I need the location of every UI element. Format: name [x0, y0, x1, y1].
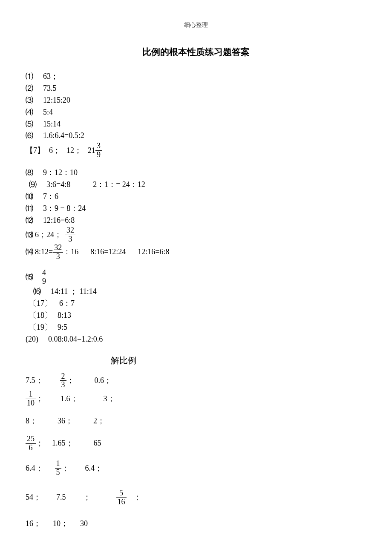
solve-row-5: 6.4； 1 5 ； 6.4；	[26, 460, 366, 477]
value-2: 7.5	[56, 492, 66, 503]
label: ⒂	[26, 271, 33, 283]
fraction: 4 9	[41, 269, 47, 286]
value-2: 1.6；	[61, 393, 78, 405]
value-2: 2：1：= 24：12	[93, 180, 145, 189]
numerator: 1	[55, 460, 61, 469]
fraction: 25 6	[26, 435, 36, 452]
numerator: 32	[65, 226, 75, 235]
answer-14: ⒁ 8:12= 32 3 ：16 8:16=12:24 12:16=6:8	[26, 244, 366, 261]
answer-8: ⑻ 9：12：10	[26, 167, 366, 179]
solve-row-6: 54； 7.5 ； 5 16 ；	[26, 489, 366, 506]
value: 12:15:20	[43, 96, 70, 104]
solve-row-3: 8； 36； 2；	[26, 415, 366, 427]
label: ⒀	[26, 229, 33, 241]
value-2: 10；	[53, 518, 68, 530]
value: 15:14	[43, 120, 61, 128]
value-1: 8:12=	[35, 246, 53, 258]
value-1: 6；24；	[35, 229, 62, 241]
label: ⑵	[26, 84, 33, 92]
label: 〔18〕	[29, 311, 52, 319]
value: 0.08:0.04=1.2:0.6	[48, 335, 103, 343]
value-3: 21	[88, 145, 95, 157]
label: ⑿	[26, 216, 33, 224]
value-2: 36；	[58, 415, 73, 427]
answer-1: ⑴ 63；	[26, 71, 366, 83]
separator-2: ；	[83, 492, 91, 503]
value-1: 16；	[26, 518, 41, 530]
value: 7：6	[43, 192, 58, 201]
value-1: 8；	[26, 415, 37, 427]
value: 6：7	[59, 299, 75, 308]
denominator: 9	[95, 151, 102, 159]
answer-6: ⑹ 1.6:6.4=0.5:2	[26, 130, 366, 142]
denominator: 3	[60, 381, 66, 389]
denominator: 16	[116, 498, 127, 506]
numerator: 4	[41, 269, 47, 278]
answer-18: 〔18〕 8:13	[29, 310, 366, 322]
label: 【7】	[26, 145, 45, 157]
fraction: 32 3	[65, 226, 75, 244]
value-1: 54；	[26, 492, 41, 503]
solve-row-4: 25 6 ； 1.65； 65	[26, 435, 366, 452]
separator: ；	[36, 393, 43, 405]
denominator: 6	[26, 444, 36, 452]
numerator: 25	[26, 435, 36, 444]
answer-20: (20) 0.08:0.04=1.2:0.6	[26, 334, 366, 345]
fraction: 32 3	[53, 244, 63, 261]
denominator: 3	[65, 235, 75, 244]
numerator: 3	[95, 142, 102, 151]
value: 3：9 = 8：24	[43, 204, 86, 213]
value-3: 30	[80, 518, 88, 530]
label: 〔19〕	[29, 323, 52, 331]
fraction: 5 16	[116, 489, 127, 506]
denominator: 9	[41, 277, 47, 286]
answer-7: 【7】 6； 12； 21 3 9	[26, 142, 366, 159]
denominator: 10	[26, 399, 36, 408]
fraction: 1 5	[55, 460, 61, 477]
fraction: 1 10	[26, 390, 36, 408]
numerator: 32	[53, 244, 63, 253]
solve-row-7: 16； 10； 30	[26, 518, 366, 530]
value: 63；	[43, 72, 58, 81]
label: ⑹	[26, 131, 33, 140]
label: 〔17〕	[29, 299, 52, 308]
value-2: 1.65；	[52, 437, 73, 449]
separator: ；	[61, 463, 69, 474]
value-3: 6.4；	[85, 463, 103, 474]
fraction: 3 9	[95, 142, 102, 159]
answer-16: ⒃ 14:11 ； 11:14	[33, 286, 366, 298]
value-3: 2；	[93, 415, 105, 427]
value-3: 8:16=12:24	[90, 246, 126, 258]
denominator: 5	[55, 469, 61, 477]
value-1: 6.4；	[26, 463, 43, 474]
value: 9:5	[58, 323, 67, 331]
answer-3: ⑶ 12:15:20	[26, 95, 366, 106]
value-3: 0.6；	[95, 375, 112, 387]
numerator: 5	[116, 489, 127, 498]
answer-13: ⒀ 6；24； 32 3	[26, 226, 366, 244]
denominator: 3	[53, 253, 63, 261]
solve-row-1: 7.5； 2 3 ； 0.6；	[26, 372, 366, 390]
value: 14:11 ； 11:14	[51, 287, 97, 296]
numerator: 1	[26, 390, 36, 399]
label: ⑷	[26, 108, 33, 116]
separator-3: ；	[133, 492, 141, 503]
value-2: ：16	[63, 246, 78, 258]
label: (20)	[26, 335, 38, 343]
answer-12: ⑿ 12:16=6:8	[26, 215, 366, 227]
label: ⑸	[26, 120, 33, 128]
answer-17: 〔17〕 6：7	[29, 298, 366, 310]
label: ⒃	[33, 287, 41, 296]
value: 9：12：10	[43, 168, 78, 177]
label: ⑾	[26, 204, 33, 213]
value-1: 6；	[49, 145, 61, 157]
value-3: 3；	[104, 393, 115, 405]
section2-title: 解比例	[26, 355, 366, 366]
numerator: 2	[60, 372, 66, 381]
value: 5:4	[43, 108, 53, 116]
answer-9: ⑼ 3:6=4:8 2：1：= 24：12	[29, 179, 366, 191]
separator: ；	[36, 437, 43, 449]
value-4: 12:16=6:8	[138, 246, 169, 258]
page-title: 比例的根本性质练习题答案	[26, 46, 366, 58]
value: 1.6:6.4=0.5:2	[43, 131, 84, 140]
